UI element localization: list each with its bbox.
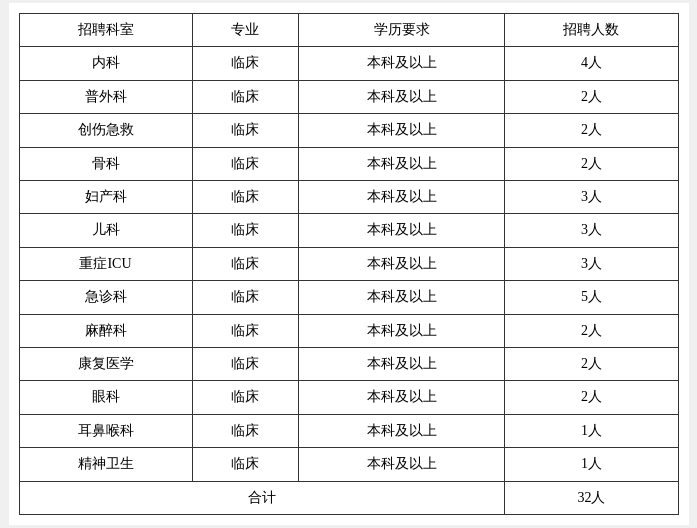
footer-total: 32人 bbox=[505, 481, 678, 514]
table-row: 重症ICU临床本科及以上3人 bbox=[19, 247, 678, 280]
header-row: 招聘科室 专业 学历要求 招聘人数 bbox=[19, 14, 678, 47]
table-cell: 临床 bbox=[192, 281, 299, 314]
table-row: 眼科临床本科及以上2人 bbox=[19, 381, 678, 414]
table-cell: 临床 bbox=[192, 47, 299, 80]
table-row: 妇产科临床本科及以上3人 bbox=[19, 181, 678, 214]
table-cell: 本科及以上 bbox=[299, 47, 505, 80]
table-cell: 普外科 bbox=[19, 80, 192, 113]
table-row: 骨科临床本科及以上2人 bbox=[19, 147, 678, 180]
table-cell: 5人 bbox=[505, 281, 678, 314]
table-row: 创伤急救临床本科及以上2人 bbox=[19, 114, 678, 147]
table-cell: 临床 bbox=[192, 181, 299, 214]
footer-label: 合计 bbox=[19, 481, 505, 514]
table-row: 普外科临床本科及以上2人 bbox=[19, 80, 678, 113]
table-cell: 临床 bbox=[192, 247, 299, 280]
col-header-education: 学历要求 bbox=[299, 14, 505, 47]
table-cell: 妇产科 bbox=[19, 181, 192, 214]
table-body: 内科临床本科及以上4人普外科临床本科及以上2人创伤急救临床本科及以上2人骨科临床… bbox=[19, 47, 678, 481]
table-cell: 2人 bbox=[505, 114, 678, 147]
table-cell: 1人 bbox=[505, 414, 678, 447]
table-row: 急诊科临床本科及以上5人 bbox=[19, 281, 678, 314]
table-cell: 临床 bbox=[192, 347, 299, 380]
table-cell: 本科及以上 bbox=[299, 281, 505, 314]
table-cell: 儿科 bbox=[19, 214, 192, 247]
table-cell: 精神卫生 bbox=[19, 448, 192, 481]
table-cell: 本科及以上 bbox=[299, 247, 505, 280]
table-row: 精神卫生临床本科及以上1人 bbox=[19, 448, 678, 481]
table-cell: 重症ICU bbox=[19, 247, 192, 280]
table-cell: 内科 bbox=[19, 47, 192, 80]
table-cell: 临床 bbox=[192, 214, 299, 247]
table-cell: 临床 bbox=[192, 80, 299, 113]
table-cell: 眼科 bbox=[19, 381, 192, 414]
table-cell: 麻醉科 bbox=[19, 314, 192, 347]
table-cell: 3人 bbox=[505, 247, 678, 280]
table-cell: 本科及以上 bbox=[299, 147, 505, 180]
table-cell: 临床 bbox=[192, 147, 299, 180]
recruitment-table: 招聘科室 专业 学历要求 招聘人数 内科临床本科及以上4人普外科临床本科及以上2… bbox=[19, 13, 679, 515]
table-row: 儿科临床本科及以上3人 bbox=[19, 214, 678, 247]
table-cell: 本科及以上 bbox=[299, 214, 505, 247]
table-cell: 康复医学 bbox=[19, 347, 192, 380]
table-cell: 本科及以上 bbox=[299, 448, 505, 481]
col-header-department: 招聘科室 bbox=[19, 14, 192, 47]
table-cell: 1人 bbox=[505, 448, 678, 481]
table-container: 招聘科室 专业 学历要求 招聘人数 内科临床本科及以上4人普外科临床本科及以上2… bbox=[9, 3, 689, 525]
table-row: 内科临床本科及以上4人 bbox=[19, 47, 678, 80]
table-cell: 4人 bbox=[505, 47, 678, 80]
table-cell: 急诊科 bbox=[19, 281, 192, 314]
footer-row: 合计 32人 bbox=[19, 481, 678, 514]
table-cell: 本科及以上 bbox=[299, 181, 505, 214]
table-cell: 创伤急救 bbox=[19, 114, 192, 147]
table-cell: 临床 bbox=[192, 114, 299, 147]
table-cell: 3人 bbox=[505, 214, 678, 247]
table-cell: 2人 bbox=[505, 147, 678, 180]
table-cell: 2人 bbox=[505, 347, 678, 380]
table-cell: 临床 bbox=[192, 381, 299, 414]
table-cell: 2人 bbox=[505, 381, 678, 414]
col-header-major: 专业 bbox=[192, 14, 299, 47]
table-cell: 2人 bbox=[505, 80, 678, 113]
table-cell: 骨科 bbox=[19, 147, 192, 180]
table-cell: 临床 bbox=[192, 314, 299, 347]
table-row: 康复医学临床本科及以上2人 bbox=[19, 347, 678, 380]
col-header-count: 招聘人数 bbox=[505, 14, 678, 47]
table-cell: 本科及以上 bbox=[299, 414, 505, 447]
table-cell: 耳鼻喉科 bbox=[19, 414, 192, 447]
table-cell: 本科及以上 bbox=[299, 80, 505, 113]
table-cell: 本科及以上 bbox=[299, 381, 505, 414]
table-cell: 本科及以上 bbox=[299, 314, 505, 347]
table-cell: 临床 bbox=[192, 448, 299, 481]
table-row: 麻醉科临床本科及以上2人 bbox=[19, 314, 678, 347]
table-cell: 临床 bbox=[192, 414, 299, 447]
table-cell: 2人 bbox=[505, 314, 678, 347]
table-cell: 本科及以上 bbox=[299, 114, 505, 147]
table-row: 耳鼻喉科临床本科及以上1人 bbox=[19, 414, 678, 447]
table-cell: 本科及以上 bbox=[299, 347, 505, 380]
table-cell: 3人 bbox=[505, 181, 678, 214]
